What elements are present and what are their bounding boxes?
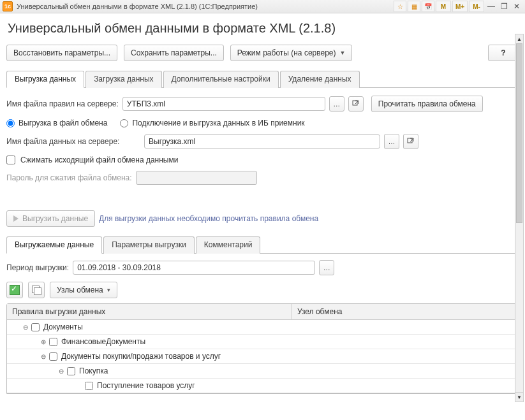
open-icon (352, 100, 360, 108)
radio-export-to-file[interactable]: Выгрузка в файл обмена (6, 119, 107, 127)
radio-export-to-file-label: Выгрузка в файл обмена (18, 119, 107, 127)
data-file-browse-button[interactable]: … (384, 134, 399, 149)
subtab-exported-data[interactable]: Выгружаемые данные (6, 236, 102, 254)
maximize-button[interactable]: ❐ (498, 1, 510, 11)
subtab-comment[interactable]: Комментарий (196, 236, 261, 254)
exchange-nodes-dropdown[interactable]: Узлы обмена ▾ (50, 282, 117, 298)
rules-file-browse-button[interactable]: … (329, 96, 344, 112)
subtab-export-params[interactable]: Параметры выгрузки (103, 236, 195, 254)
collapse-icon[interactable]: ⊖ (57, 368, 66, 375)
tree-row-label: Документы (43, 322, 83, 331)
radio-export-to-ib[interactable]: Подключение и выгрузка данных в ИБ прием… (120, 119, 304, 127)
compress-label: Сжимать исходящий файл обмена данными (20, 156, 178, 164)
tree-row-checkbox[interactable] (49, 352, 57, 361)
rules-tree-table: Правила выгрузки данных Узел обмена ⊖ До… (6, 303, 519, 394)
restore-params-label: Восстановить параметры... (13, 48, 110, 57)
tree-row[interactable]: ⊖ Поступление товаров услуг (7, 379, 518, 393)
app-icon: 1c (3, 1, 13, 11)
export-data-label: Выгрузить данные (22, 214, 88, 223)
memory-m-button[interactable]: M (436, 1, 451, 12)
tree-row-label: ФинансовыеДокументы (61, 337, 145, 346)
scroll-thumb[interactable] (516, 43, 522, 223)
tree-row-checkbox[interactable] (49, 338, 57, 346)
tab-settings[interactable]: Дополнительные настройки (163, 71, 279, 88)
minimize-button[interactable]: — (485, 1, 497, 11)
favorite-icon[interactable]: ☆ (394, 1, 406, 12)
tab-delete-label: Удаление данных (288, 75, 351, 83)
main-toolbar: Восстановить параметры... Сохранить пара… (6, 45, 519, 61)
radio-export-to-ib-input[interactable] (120, 119, 128, 127)
tab-export[interactable]: Выгрузка данных (6, 71, 84, 88)
tab-import[interactable]: Загрузка данных (85, 71, 161, 88)
play-icon (13, 215, 18, 222)
sub-tabs: Выгружаемые данные Параметры выгрузки Ко… (6, 236, 519, 254)
tree-col-node: Узел обмена (292, 304, 518, 319)
vertical-scrollbar[interactable]: ▲ ▼ (515, 34, 524, 402)
tab-delete[interactable]: Удаление данных (280, 71, 360, 88)
scroll-track[interactable] (515, 43, 524, 393)
save-params-button[interactable]: Сохранить параметры... (124, 45, 224, 61)
subtab-b-label: Параметры выгрузки (112, 240, 186, 249)
tree-row-checkbox[interactable] (31, 323, 40, 331)
scroll-down-button[interactable]: ▼ (515, 392, 524, 402)
exchange-nodes-label: Узлы обмена (57, 286, 103, 294)
window-title: Универсальный обмен данными в формате XM… (17, 3, 258, 10)
rules-file-label: Имя файла правил на сервере: (6, 99, 119, 108)
password-label: Пароль для сжатия файла обмена: (6, 173, 132, 182)
tree-row[interactable]: ⊕ ФинансовыеДокументы (7, 335, 518, 349)
radio-export-to-file-input[interactable] (6, 119, 15, 127)
compress-checkbox[interactable] (6, 156, 15, 164)
password-input (136, 171, 257, 185)
period-label: Период выгрузки: (6, 263, 69, 272)
tree-row[interactable]: ⊖ Документы покупки/продажи товаров и ус… (7, 349, 518, 364)
tab-import-label: Загрузка данных (94, 75, 153, 83)
help-label: ? (501, 48, 505, 57)
read-rules-button[interactable]: Прочитать правила обмена (371, 96, 483, 112)
period-input[interactable] (73, 261, 315, 275)
data-file-label: Имя файла данных на сервере: (6, 137, 140, 146)
tree-col-rules: Правила выгрузки данных (7, 304, 292, 319)
scroll-up-button[interactable]: ▲ (515, 34, 524, 44)
save-params-label: Сохранить параметры... (131, 48, 217, 57)
rules-file-open-button[interactable] (348, 96, 364, 112)
page-title: Универсальный обмен данными в формате XM… (8, 21, 519, 36)
read-rules-label: Прочитать правила обмена (378, 99, 476, 108)
grid-icon[interactable]: ▦ (408, 1, 420, 12)
tree-row-checkbox[interactable] (85, 382, 93, 390)
rules-file-input[interactable] (122, 97, 325, 111)
tree-row-label: Поступление товаров услуг (97, 381, 195, 390)
export-hint: Для выгрузки данных необходимо прочитать… (99, 214, 318, 223)
check-all-icon (10, 285, 20, 295)
tree-row-checkbox[interactable] (67, 367, 75, 375)
collapse-icon[interactable]: ⊖ (21, 324, 30, 331)
tab-export-label: Выгрузка данных (15, 75, 76, 83)
mode-label: Режим работы (на сервере) (237, 48, 336, 57)
uncheck-all-button[interactable] (28, 282, 45, 298)
tree-row[interactable]: ⊖ Покупка (7, 364, 518, 379)
window-titlebar: 1c Универсальный обмен данными в формате… (0, 0, 525, 13)
data-file-open-button[interactable] (403, 134, 418, 149)
collapse-icon[interactable]: ⊖ (39, 353, 48, 360)
main-tabs: Выгрузка данных Загрузка данных Дополнит… (6, 70, 519, 88)
check-all-button[interactable] (6, 282, 23, 298)
expand-icon[interactable]: ⊕ (39, 338, 48, 345)
tree-header: Правила выгрузки данных Узел обмена (7, 304, 518, 320)
period-browse-button[interactable]: … (319, 260, 334, 275)
subtab-c-label: Комментарий (204, 240, 253, 249)
tree-row-label: Покупка (79, 366, 108, 375)
mode-dropdown[interactable]: Режим работы (на сервере) ▼ (230, 45, 353, 61)
open-icon (407, 138, 415, 145)
tree-row[interactable]: ⊖ Документы (7, 320, 518, 335)
uncheck-all-icon (32, 286, 41, 294)
chevron-down-icon: ▾ (107, 287, 110, 293)
memory-mminus-button[interactable]: M- (469, 1, 484, 12)
calendar-icon[interactable]: 📅 (422, 1, 434, 12)
data-file-input[interactable] (144, 134, 380, 148)
tree-row-label: Документы покупки/продажи товаров и услу… (61, 352, 221, 361)
help-button[interactable]: ? (488, 45, 519, 61)
close-button[interactable]: ✕ (511, 1, 522, 11)
memory-mplus-button[interactable]: M+ (452, 1, 468, 12)
chevron-down-icon: ▼ (339, 50, 345, 56)
restore-params-button[interactable]: Восстановить параметры... (6, 45, 117, 61)
export-data-button[interactable]: Выгрузить данные (6, 210, 95, 227)
